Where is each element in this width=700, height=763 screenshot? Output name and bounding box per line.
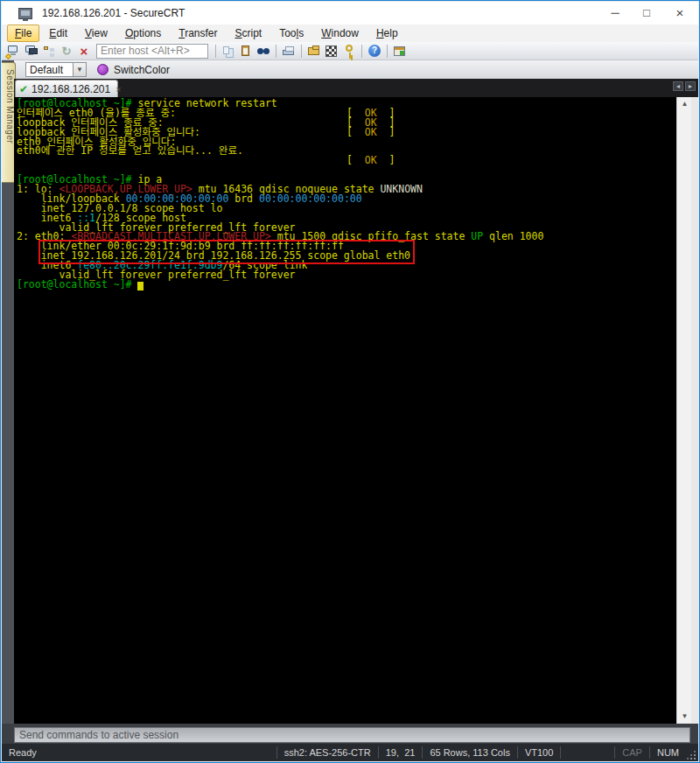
session-tab-192.168.126.201[interactable]: ✔ 192.168.126.201 × bbox=[15, 80, 118, 97]
reconnect-icon[interactable]: ↻ bbox=[59, 44, 74, 59]
tab-scroll-arrows: ◄ ► bbox=[673, 81, 696, 91]
toolbar-separator bbox=[215, 45, 216, 58]
status-num-lock: NUM bbox=[649, 746, 686, 759]
status-emulation: VT100 bbox=[517, 746, 560, 759]
switchcolor-button[interactable]: SwitchColor bbox=[114, 64, 170, 76]
title-bar: 192.168.126.201 - SecureCRT ─ □ × bbox=[2, 2, 698, 24]
default-dropdown[interactable]: Default ▼ bbox=[25, 62, 87, 77]
find-icon[interactable] bbox=[256, 44, 271, 59]
minimize-button[interactable]: ─ bbox=[600, 2, 630, 24]
toolbar-separator bbox=[387, 45, 388, 58]
connected-check-icon: ✔ bbox=[19, 83, 28, 95]
window-title: 192.168.126.201 - SecureCRT bbox=[42, 7, 185, 19]
toolbar-separator bbox=[301, 45, 302, 58]
scroll-down-icon[interactable]: ▼ bbox=[677, 710, 692, 724]
maximize-button[interactable]: □ bbox=[632, 2, 662, 24]
resize-grip[interactable] bbox=[686, 750, 696, 760]
ok-status: [ OK ] bbox=[346, 156, 395, 165]
status-ready: Ready bbox=[2, 746, 276, 759]
chevron-down-icon[interactable]: ▼ bbox=[74, 62, 87, 77]
status-bar: Ready ssh2: AES-256-CTR 19, 21 65 Rows, … bbox=[2, 744, 698, 761]
host-input[interactable] bbox=[96, 44, 208, 59]
secondary-toolbar: Default ▼ SwitchColor bbox=[14, 60, 698, 79]
tab-close-icon[interactable]: × bbox=[116, 84, 121, 94]
menu-item-transfer[interactable]: Transfer bbox=[171, 24, 225, 42]
show-session-manager-icon[interactable] bbox=[392, 44, 408, 59]
disconnect-icon[interactable]: × bbox=[76, 44, 92, 59]
menu-item-window[interactable]: Window bbox=[313, 24, 367, 42]
menu-bar: FileEditViewOptionsTransferScriptToolsWi… bbox=[2, 24, 698, 42]
default-dropdown-value: Default bbox=[25, 62, 74, 77]
terminal-line: [ OK ] bbox=[17, 156, 676, 165]
toolbar-separator bbox=[276, 45, 276, 58]
ok-status: [ OK ] bbox=[346, 128, 395, 137]
close-button[interactable]: × bbox=[665, 2, 695, 24]
status-cipher: ssh2: AES-256-CTR bbox=[276, 746, 378, 759]
toolbar-separator bbox=[361, 45, 362, 58]
terminal-scrollbar[interactable]: ▲ ▼ bbox=[676, 97, 691, 724]
key-icon[interactable] bbox=[341, 44, 357, 59]
menu-item-edit[interactable]: Edit bbox=[41, 24, 75, 42]
paste-icon[interactable] bbox=[238, 44, 254, 59]
copy-icon[interactable] bbox=[220, 44, 236, 59]
command-input[interactable] bbox=[14, 727, 690, 743]
app-icon bbox=[18, 8, 32, 19]
switchcolor-icon bbox=[97, 64, 108, 75]
status-empty-segment bbox=[560, 746, 614, 759]
menu-item-script[interactable]: Script bbox=[228, 24, 270, 42]
print-icon[interactable] bbox=[281, 44, 297, 59]
terminal-cursor bbox=[137, 282, 144, 290]
global-options-icon[interactable] bbox=[324, 44, 340, 59]
menu-item-view[interactable]: View bbox=[77, 24, 116, 42]
terminal-screen[interactable]: [root@localhost ~]# service network rest… bbox=[14, 97, 676, 724]
quick-connect-icon[interactable] bbox=[6, 44, 22, 59]
scroll-up-icon[interactable]: ▲ bbox=[677, 97, 692, 111]
connect-sessions-icon[interactable] bbox=[24, 44, 39, 59]
main-toolbar: ↻ × ? bbox=[2, 42, 698, 60]
status-caps-lock: CAP bbox=[614, 746, 649, 759]
tab-bar: ✔ 192.168.126.201 × ◄ ► bbox=[14, 79, 698, 97]
tab-label: 192.168.126.201 bbox=[32, 83, 110, 95]
status-cursor-position: 19, 21 bbox=[378, 746, 423, 759]
securecrt-window: 192.168.126.201 - SecureCRT ─ □ × FileEd… bbox=[0, 0, 700, 763]
terminal-line: [root@localhost ~]# bbox=[17, 280, 676, 290]
highlight-box bbox=[38, 240, 415, 264]
tab-scroll-right-icon[interactable]: ► bbox=[685, 81, 696, 91]
status-grid-size: 65 Rows, 113 Cols bbox=[422, 746, 517, 759]
session-tree-icon[interactable] bbox=[41, 44, 57, 59]
menu-item-options[interactable]: Options bbox=[117, 24, 169, 42]
menu-item-help[interactable]: Help bbox=[368, 24, 406, 42]
session-options-icon[interactable] bbox=[306, 44, 322, 59]
menu-item-tools[interactable]: Tools bbox=[271, 24, 312, 42]
menu-item-file[interactable]: File bbox=[7, 24, 39, 42]
tab-scroll-left-icon[interactable]: ◄ bbox=[673, 81, 683, 91]
help-icon[interactable]: ? bbox=[367, 44, 382, 59]
